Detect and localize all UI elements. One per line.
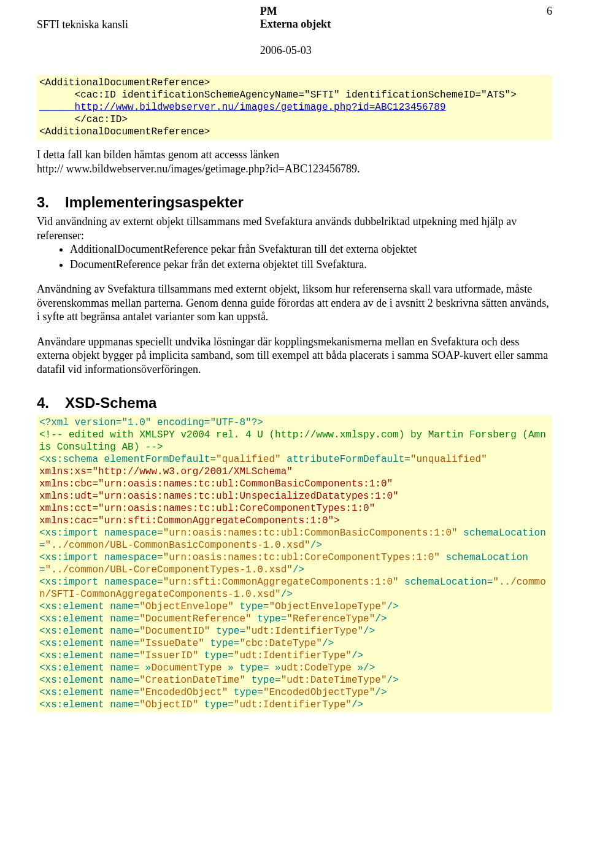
- code-line: <xs:element name=: [39, 613, 139, 624]
- section-4-heading: 4.XSD-Schema: [37, 394, 552, 412]
- code-line: type=: [252, 613, 287, 624]
- header-org: SFTI tekniska kansli: [37, 18, 260, 31]
- code-line: type=: [198, 699, 234, 710]
- code-attr: "../common/UBL-CoreComponentTypes-1.0.xs…: [45, 564, 293, 575]
- code-attr: "urn:oasis:names:tc:ubl:CommonBasicCompo…: [163, 528, 458, 539]
- code-line: />: [352, 650, 363, 661]
- header-pm: PM: [260, 5, 528, 18]
- code-line: />: [281, 589, 293, 600]
- code-line: xmlns:cct="urn:oasis:names:tc:ubl:CoreCo…: [39, 503, 375, 514]
- list-item: AdditionalDocumentReference pekar från S…: [70, 242, 552, 256]
- link-text: http:// www.bildwebserver.nu/images/geti…: [37, 162, 552, 176]
- code-line: xmlns:xs="http://www.w3.org/2001/XMLSche…: [39, 466, 293, 477]
- code-attr: "udt:IdentifierType": [245, 626, 363, 637]
- code-attr: "ObjectEnvelope": [139, 601, 234, 612]
- code-line: </cac:ID>: [39, 114, 128, 125]
- code-attr: "cbc:DateType": [239, 638, 321, 649]
- bullet-list: AdditionalDocumentReference pekar från S…: [37, 242, 552, 271]
- code-attr: "EncodedObject": [139, 687, 228, 698]
- code-line: />: [375, 613, 387, 624]
- code-attr: "urn:oasis:names:tc:ubl:CoreComponentTyp…: [163, 552, 440, 563]
- header-center: PM Externa objekt 2006-05-03: [260, 5, 528, 57]
- code-attr: "../common/UBL-CommonBasicComponents-1.0…: [45, 540, 310, 551]
- code-line: type=: [204, 638, 240, 649]
- code-attr: "ReferenceType": [287, 613, 375, 624]
- code-attr: "ObjectEnvelopeType": [269, 601, 387, 612]
- code-line: <xs:import namespace=: [39, 528, 163, 539]
- code-comment: <!-- edited with XMLSPY v2004 rel. 4 U (…: [39, 429, 546, 453]
- code-attr: "urn:sfti:CommonAggregateComponents:1:0": [163, 577, 399, 588]
- header-title: Externa objekt: [260, 18, 528, 31]
- code-attr: DocumentType: [151, 663, 228, 674]
- code-line: <?xml version="1.0" encoding="UTF-8"?>: [39, 417, 263, 428]
- code-line: />: [322, 638, 334, 649]
- code-attr: "EncodedObjectType": [263, 687, 375, 698]
- code-line: />: [310, 540, 322, 551]
- code-line: <AdditionalDocumentReference>: [39, 77, 210, 88]
- code-line: <cac:ID identificationSchemeAgencyName="…: [39, 90, 517, 101]
- code-attr: "IssuerID": [139, 650, 198, 661]
- code-attr: "DocumentReference": [139, 613, 251, 624]
- para-text: I detta fall kan bilden hämtas genom att…: [37, 148, 552, 162]
- code-line: xmlns:udt="urn:oasis:names:tc:ubl:Unspec…: [39, 491, 399, 502]
- code-line: type=: [245, 675, 281, 686]
- code-attr: "DocumentID": [139, 626, 210, 637]
- code-line: schemaLocation=: [399, 577, 493, 588]
- code-line: />: [363, 626, 375, 637]
- code-line: type=: [234, 601, 269, 612]
- code-line: <xs:element name=: [39, 687, 139, 698]
- code-line: />: [293, 564, 304, 575]
- code-line: <xs:element name=: [39, 650, 139, 661]
- code-attr: "udt:DateTimeType": [281, 675, 387, 686]
- section-number: 4.: [37, 394, 65, 412]
- header-date: 2006-05-03: [260, 44, 528, 57]
- code-line: <xs:import namespace=: [39, 577, 163, 588]
- code-link[interactable]: http://www.bildwebserver.nu/images/getim…: [39, 102, 446, 113]
- code-attr: "udt:IdentifierType": [234, 699, 352, 710]
- code-line: />: [387, 601, 399, 612]
- code-line: xmlns:cbc="urn:oasis:names:tc:ubl:Common…: [39, 478, 393, 490]
- paragraph: I detta fall kan bilden hämtas genom att…: [37, 148, 552, 175]
- section-title: Implementeringsaspekter: [65, 194, 244, 210]
- paragraph: Användning av Svefaktura tillsammans med…: [37, 282, 552, 324]
- code-line: <xs:element name=: [39, 675, 139, 686]
- paragraph: Vid användning av externt objekt tillsam…: [37, 215, 552, 242]
- header-left: SFTI tekniska kansli: [37, 5, 260, 57]
- code-line: »/>: [358, 663, 375, 674]
- section-number: 3.: [37, 194, 65, 211]
- xml-snippet-1: <AdditionalDocumentReference> <cac:ID id…: [37, 75, 552, 139]
- code-line: <xs:element name=: [39, 638, 139, 649]
- code-line: type=: [228, 687, 263, 698]
- code-attr: udt:CodeType: [281, 663, 358, 674]
- code-line: <xs:element name= »: [39, 663, 151, 674]
- section-3-heading: 3.Implementeringsaspekter: [37, 194, 552, 211]
- code-line: <xs:import namespace=: [39, 552, 163, 563]
- page-number: 6: [528, 5, 552, 57]
- code-line: />: [352, 699, 363, 710]
- code-attr: "udt:IdentifierType": [234, 650, 352, 661]
- code-line: type=: [198, 650, 234, 661]
- code-line: <xs:schema elementFormDefault=: [39, 454, 216, 465]
- code-line: type=: [210, 626, 245, 637]
- code-line: />: [387, 675, 399, 686]
- paragraph: Användare uppmanas speciellt undvika lös…: [37, 335, 552, 377]
- code-attr: "ObjectID": [139, 699, 198, 710]
- code-line: <xs:element name=: [39, 626, 139, 637]
- section-title: XSD-Schema: [65, 394, 156, 411]
- code-attr: "IssueDate": [139, 638, 204, 649]
- code-line: attributeFormDefault=: [281, 454, 410, 465]
- code-attr: "CreationDateTime": [139, 675, 245, 686]
- list-item: DocumentReference pekar från det externa…: [70, 258, 552, 272]
- code-line: » type= »: [228, 663, 280, 674]
- code-line: xmlns:cac="urn:sfti:CommonAggregateCompo…: [39, 515, 340, 526]
- xsd-schema-code: <?xml version="1.0" encoding="UTF-8"?> <…: [37, 415, 552, 712]
- code-line: <AdditionalDocumentReference>: [39, 126, 210, 137]
- code-attr: "unqualified": [410, 454, 487, 465]
- page: SFTI tekniska kansli PM Externa objekt 2…: [0, 0, 589, 737]
- page-header: SFTI tekniska kansli PM Externa objekt 2…: [37, 0, 552, 57]
- code-line: <xs:element name=: [39, 601, 139, 612]
- code-attr: "qualified": [216, 454, 281, 465]
- code-line: <xs:element name=: [39, 699, 139, 710]
- code-line: />: [375, 687, 387, 698]
